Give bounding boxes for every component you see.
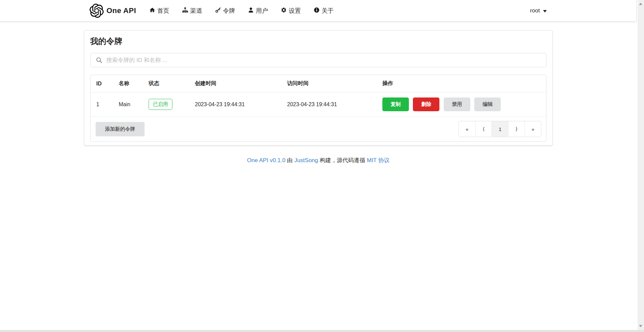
site-footer: One API v0.1.0 由 JustSong 构建，源代码遵循 MIT 协… bbox=[0, 156, 637, 164]
pagination-last[interactable]: » bbox=[525, 121, 541, 137]
col-header-status: 状态 bbox=[143, 75, 189, 92]
sitemap-icon bbox=[182, 7, 188, 15]
tokens-panel: 我的令牌 ID 名称 状态 创建时间 访问时间 操作 1 Main 已启 bbox=[84, 30, 553, 146]
vertical-scrollbar[interactable] bbox=[638, 0, 644, 330]
pagination: « ⟨ 1 ⟩ » bbox=[459, 121, 541, 137]
cell-accessed-time: 2023-04-23 19:44:31 bbox=[281, 92, 377, 116]
scrollbar-down-arrow-icon[interactable] bbox=[639, 325, 642, 327]
nav-item-label: 关于 bbox=[322, 7, 334, 15]
nav-item-label: 首页 bbox=[157, 7, 169, 15]
nav-item-users[interactable]: 用户 bbox=[241, 0, 274, 21]
col-header-actions: 操作 bbox=[377, 75, 546, 92]
nav-item-label: 设置 bbox=[289, 7, 301, 15]
navbar-container: One API 首页 渠道 令牌 用户 设置 bbox=[84, 0, 553, 21]
search-bar bbox=[90, 53, 546, 67]
col-header-name: 名称 bbox=[113, 75, 143, 92]
pagination-next[interactable]: ⟩ bbox=[508, 121, 525, 137]
user-dropdown[interactable]: root bbox=[524, 0, 552, 21]
footer-author-link[interactable]: JustSong bbox=[294, 157, 318, 163]
user-icon bbox=[248, 7, 254, 15]
cell-status: 已启用 bbox=[143, 92, 189, 116]
edit-button[interactable]: 编辑 bbox=[474, 97, 501, 111]
nav-item-home[interactable]: 首页 bbox=[143, 0, 176, 21]
col-header-id: ID bbox=[91, 75, 113, 92]
caret-down-icon bbox=[543, 7, 547, 14]
disable-button[interactable]: 禁用 bbox=[444, 97, 470, 111]
status-badge: 已启用 bbox=[149, 99, 172, 110]
user-dropdown-label: root bbox=[530, 7, 540, 14]
copy-button[interactable]: 复制 bbox=[382, 97, 409, 111]
nav-item-about[interactable]: 关于 bbox=[307, 0, 340, 21]
delete-button[interactable]: 删除 bbox=[413, 97, 439, 111]
pagination-prev[interactable]: ⟨ bbox=[475, 121, 492, 137]
search-input[interactable] bbox=[90, 53, 546, 67]
scrollbar-up-arrow-icon[interactable] bbox=[639, 3, 642, 5]
info-icon bbox=[314, 7, 320, 15]
cell-created-time: 2023-04-23 19:44:31 bbox=[189, 92, 281, 116]
cell-id: 1 bbox=[91, 92, 113, 116]
footer-text: 构建，源代码遵循 bbox=[318, 157, 367, 163]
brand-name: One API bbox=[107, 6, 136, 15]
footer-version-link[interactable]: One API v0.1.0 bbox=[247, 157, 285, 163]
window-bottom-edge bbox=[0, 330, 644, 332]
nav-item-settings[interactable]: 设置 bbox=[274, 0, 307, 21]
home-icon bbox=[149, 7, 155, 15]
tokens-table: ID 名称 状态 创建时间 访问时间 操作 1 Main 已启用 2023-04… bbox=[90, 75, 546, 142]
add-token-button[interactable]: 添加新的令牌 bbox=[96, 122, 145, 136]
footer-text: 由 bbox=[285, 157, 294, 163]
nav-item-tokens[interactable]: 令牌 bbox=[209, 0, 241, 21]
nav-item-label: 令牌 bbox=[223, 7, 235, 15]
nav-item-channels[interactable]: 渠道 bbox=[176, 0, 209, 21]
gear-icon bbox=[281, 7, 287, 15]
cell-name: Main bbox=[113, 92, 143, 116]
openai-logo-icon bbox=[90, 4, 104, 18]
pagination-first[interactable]: « bbox=[459, 121, 475, 137]
table-header-row: ID 名称 状态 创建时间 访问时间 操作 bbox=[91, 75, 546, 92]
page-title: 我的令牌 bbox=[90, 37, 546, 46]
col-header-accessed-time: 访问时间 bbox=[281, 75, 377, 92]
table-row: 1 Main 已启用 2023-04-23 19:44:31 2023-04-2… bbox=[91, 92, 546, 116]
footer-license-link[interactable]: MIT 协议 bbox=[367, 157, 390, 163]
nav-item-label: 渠道 bbox=[190, 7, 202, 15]
top-navbar: One API 首页 渠道 令牌 用户 设置 bbox=[0, 0, 637, 22]
table-footer-row: 添加新的令牌 « ⟨ 1 ⟩ » bbox=[91, 116, 546, 141]
pagination-page-1[interactable]: 1 bbox=[492, 121, 508, 137]
key-icon bbox=[215, 7, 221, 15]
col-header-created-time: 创建时间 bbox=[189, 75, 281, 92]
nav-item-label: 用户 bbox=[256, 7, 268, 15]
brand-home-link[interactable]: One API bbox=[84, 4, 143, 18]
nav-items: 首页 渠道 令牌 用户 设置 关于 bbox=[143, 0, 340, 21]
cell-actions: 复制 删除 禁用 编辑 bbox=[377, 92, 546, 116]
